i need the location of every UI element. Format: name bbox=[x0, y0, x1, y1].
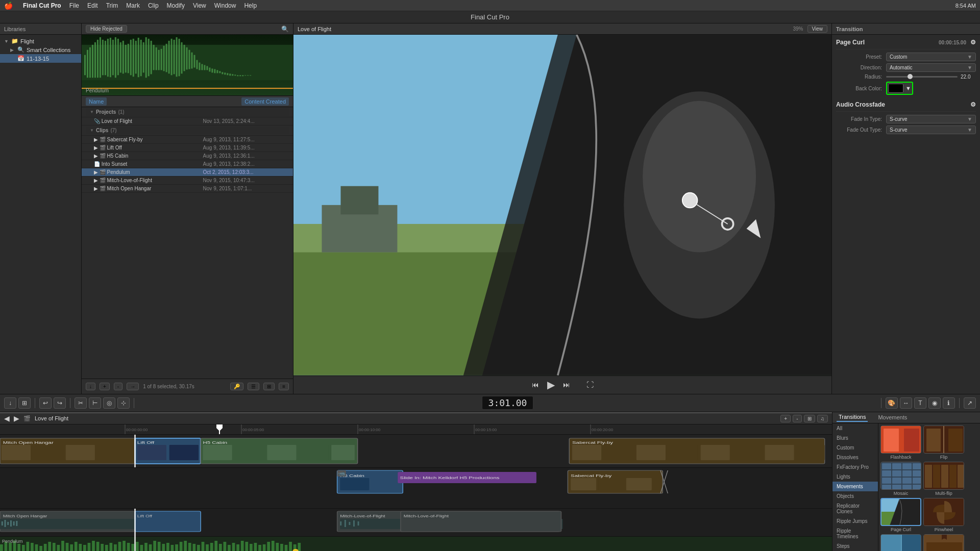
menu-trim[interactable]: Trim bbox=[106, 2, 118, 9]
browser-row-project[interactable]: 📎 Love of Flight Nov 13, 2015, 2:24:4... bbox=[82, 117, 293, 126]
undo-button[interactable]: ↩ bbox=[39, 397, 52, 409]
back-color-picker[interactable]: ▼ bbox=[886, 82, 913, 95]
fade-in-dropdown[interactable]: S-curve ▼ bbox=[886, 115, 976, 123]
hide-rejected-button[interactable]: Hide Rejected bbox=[86, 25, 127, 33]
menu-modify[interactable]: Modify bbox=[167, 2, 185, 9]
tab-transitions[interactable]: Transitions bbox=[837, 413, 868, 422]
move-button[interactable]: → bbox=[127, 383, 139, 390]
svg-rect-150 bbox=[340, 521, 341, 525]
preset-dropdown[interactable]: Custom ▼ bbox=[886, 53, 976, 61]
svg-rect-243 bbox=[892, 470, 901, 477]
titles-button[interactable]: T bbox=[914, 397, 926, 409]
go-to-end-button[interactable]: ⏭ bbox=[563, 381, 570, 389]
play-button[interactable]: ▶ bbox=[547, 379, 555, 391]
select-button[interactable]: ⊹ bbox=[117, 397, 130, 409]
audio-section-options-icon[interactable]: ⚙ bbox=[970, 101, 976, 108]
import-media-button[interactable]: ↓ bbox=[4, 397, 16, 409]
share-button[interactable]: ↗ bbox=[964, 397, 976, 409]
trans-flip[interactable]: Flip bbox=[923, 425, 964, 460]
transitions-button[interactable]: ↔ bbox=[900, 397, 912, 409]
menu-help[interactable]: Help bbox=[244, 2, 257, 9]
timeline-forward-button[interactable]: ▶ bbox=[14, 414, 19, 422]
browser-row-h5cabin[interactable]: ▶ 🎬 H5 Cabin Aug 9, 2013, 12:36:1... bbox=[82, 152, 293, 160]
svg-rect-240 bbox=[902, 463, 912, 469]
fade-out-dropdown[interactable]: S-curve ▼ bbox=[886, 126, 976, 134]
column-name[interactable]: Name bbox=[86, 97, 107, 106]
keyword-button[interactable]: 🔑 bbox=[230, 383, 243, 390]
clip-appearance-button[interactable]: ⊞ bbox=[804, 415, 815, 422]
trans-push[interactable]: Push bbox=[880, 534, 921, 551]
menu-file[interactable]: File bbox=[69, 2, 79, 9]
library-smart-collections[interactable]: ▶ 🔍 Smart Collections bbox=[0, 45, 81, 54]
cat-objects[interactable]: Objects bbox=[832, 491, 878, 501]
redo-button[interactable]: ↪ bbox=[54, 397, 66, 409]
menu-view[interactable]: View bbox=[193, 2, 206, 9]
inspector-button[interactable]: ℹ bbox=[943, 397, 955, 409]
column-content-created[interactable]: Content Created bbox=[241, 97, 289, 106]
tab-movements[interactable]: Movements bbox=[876, 413, 909, 421]
browser-row-sabercat[interactable]: ▶ 🎬 Sabercat Fly-by Aug 9, 2013, 11:27:5… bbox=[82, 136, 293, 144]
list-button[interactable]: ≡ bbox=[279, 383, 289, 390]
search-icon[interactable]: 🔍 bbox=[281, 26, 289, 33]
browser-row-liftoff[interactable]: ▶ 🎬 Lift Off Aug 9, 2013, 11:39:5... bbox=[82, 144, 293, 152]
apple-icon[interactable]: 🍎 bbox=[4, 2, 13, 10]
radius-slider[interactable]: 22.0 bbox=[886, 74, 976, 80]
pendulum-label: Pendulum bbox=[2, 539, 23, 544]
filter-button[interactable]: ☰ bbox=[248, 383, 259, 390]
menu-edit[interactable]: Edit bbox=[87, 2, 98, 9]
cat-all[interactable]: All bbox=[832, 423, 878, 433]
menu-clip[interactable]: Clip bbox=[148, 2, 159, 9]
library-flight[interactable]: ▼ 📁 Flight bbox=[0, 37, 81, 45]
zoom-in-button[interactable]: + bbox=[780, 415, 791, 422]
view-menu-button[interactable]: View bbox=[807, 25, 828, 33]
timeline-back-button[interactable]: ◀ bbox=[4, 414, 10, 422]
trans-multiflip[interactable]: Multi-flip bbox=[923, 462, 964, 496]
cat-steps[interactable]: Steps bbox=[832, 541, 878, 551]
cat-blurs[interactable]: Blurs bbox=[832, 433, 878, 443]
trans-mosaic[interactable]: Mosaic bbox=[880, 462, 921, 496]
svg-rect-231 bbox=[884, 429, 899, 452]
trim-button[interactable]: ⊢ bbox=[89, 397, 101, 409]
library-date[interactable]: 📅 11-13-15 bbox=[0, 54, 81, 63]
new-project-button[interactable]: ⊞ bbox=[18, 397, 31, 409]
trans-puzzle[interactable]: Puzzle bbox=[923, 534, 964, 551]
svg-rect-65 bbox=[247, 75, 249, 76]
section-options-icon[interactable]: ⚙ bbox=[970, 39, 976, 46]
cat-replicator[interactable]: Replicator Clones bbox=[832, 501, 878, 516]
go-to-start-button[interactable]: ⏮ bbox=[532, 381, 539, 389]
generators-button[interactable]: ◉ bbox=[928, 397, 941, 409]
grid-button[interactable]: ⊞ bbox=[263, 383, 275, 390]
audio-lanes-button[interactable]: ♫ bbox=[817, 415, 828, 422]
zoom-out-button[interactable]: - bbox=[793, 415, 801, 422]
disclosure-icon: ▼ bbox=[4, 39, 9, 44]
browser-row-pendulum[interactable]: ▶ 🎬 Pendulum Oct 2, 2015, 12:03:3... bbox=[82, 168, 293, 177]
cat-movements[interactable]: Movements bbox=[832, 482, 878, 491]
cat-fxfactory[interactable]: FxFactory Pro bbox=[832, 462, 878, 472]
svg-rect-256 bbox=[933, 465, 940, 488]
svg-rect-222 bbox=[276, 543, 279, 551]
browser-row-mitch-love[interactable]: ▶ 🎬 Mitch-Love-of-Flight Nov 9, 2015, 10… bbox=[82, 177, 293, 185]
fullscreen-button[interactable]: ⛶ bbox=[586, 381, 594, 389]
cat-ripple-timelines[interactable]: Ripple Timelines bbox=[832, 526, 878, 541]
remove-button[interactable]: - bbox=[114, 383, 122, 390]
effects-button[interactable]: 🎨 bbox=[886, 397, 898, 409]
position-button[interactable]: ◎ bbox=[103, 397, 115, 409]
add-button[interactable]: + bbox=[100, 383, 110, 390]
direction-dropdown[interactable]: Automatic ▼ bbox=[886, 63, 976, 72]
blade-tool-button[interactable]: ✂ bbox=[75, 397, 87, 409]
menu-window[interactable]: Window bbox=[214, 2, 236, 9]
color-swatch[interactable] bbox=[888, 84, 903, 93]
svg-rect-122 bbox=[340, 478, 369, 490]
browser-row-sunset[interactable]: 📄 Into Sunset Aug 9, 2013, 12:38:2... bbox=[82, 160, 293, 168]
cat-dissolves[interactable]: Dissolves bbox=[832, 453, 878, 462]
trans-pinwheel[interactable]: Pinwheel bbox=[923, 498, 964, 532]
browser-row-mitch-hangar[interactable]: ▶ 🎬 Mitch Open Hangar Nov 9, 2015, 1:07:… bbox=[82, 185, 293, 193]
menu-mark[interactable]: Mark bbox=[126, 2, 140, 9]
cat-lights[interactable]: Lights bbox=[832, 472, 878, 482]
trans-flashback[interactable]: Flashback bbox=[880, 425, 921, 460]
import-button[interactable]: ↓ bbox=[86, 383, 95, 390]
cat-ripple-jumps[interactable]: Ripple Jumps bbox=[832, 516, 878, 526]
cat-custom[interactable]: Custom bbox=[832, 443, 878, 453]
trans-pagecurl[interactable]: Page Curl bbox=[880, 498, 921, 532]
svg-rect-252 bbox=[902, 485, 912, 489]
